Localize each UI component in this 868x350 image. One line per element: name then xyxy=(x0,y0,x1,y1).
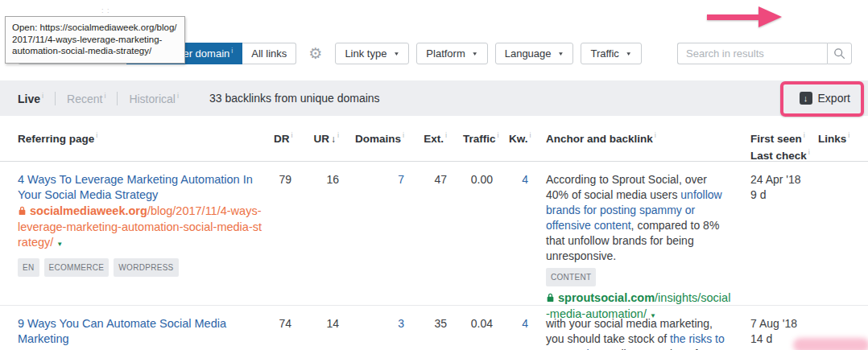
header-label: Kw. xyxy=(509,133,528,145)
info-icon: i xyxy=(445,131,447,139)
referring-page-title-link[interactable]: 9 Ways You Can Automate Social Media Mar… xyxy=(18,316,262,347)
divider xyxy=(117,92,118,105)
anchor-and-backlink-cell: According to Sprout Social, over 40% of … xyxy=(544,172,741,323)
last-check-value: 9 d xyxy=(750,188,766,201)
traffic-value: 0.04 xyxy=(463,316,509,331)
info-icon: i xyxy=(848,131,849,139)
link-type-dropdown[interactable]: Link type▼ xyxy=(335,43,409,64)
referring-page-url[interactable]: socialmediaweek.org/blog/2017/11/4-ways-… xyxy=(18,204,262,252)
backlinks-count-summary: 33 backlinks from unique domains xyxy=(209,92,380,105)
gear-icon[interactable]: ⚙ xyxy=(308,46,322,61)
language-label: Language xyxy=(505,47,552,60)
header-label: UR xyxy=(314,133,330,145)
column-header-ur[interactable]: UR↓i xyxy=(308,129,355,146)
column-header-kw[interactable]: Kw.i xyxy=(509,129,544,146)
chevron-down-icon: ▼ xyxy=(472,50,478,56)
tag-badge: WORDPRESS xyxy=(114,258,178,277)
platform-label: Platform xyxy=(426,47,465,60)
referring-page-cell: 9 Ways You Can Automate Social Media Mar… xyxy=(18,316,274,350)
platform-dropdown[interactable]: Platform▼ xyxy=(416,43,487,64)
first-seen-value: 7 Aug '18 xyxy=(750,317,797,330)
ext-value: 35 xyxy=(420,316,463,331)
tab-recent[interactable]: Recenti xyxy=(67,92,105,105)
ext-value: 47 xyxy=(420,172,463,187)
column-header-first-seen[interactable]: First seeniLast checki xyxy=(741,129,818,162)
link-type-label: Link type xyxy=(345,47,386,60)
all-links-button[interactable]: All links xyxy=(242,43,296,64)
tooltip-line: Open: https://socialmediaweek.org/blog/ xyxy=(12,23,177,32)
tab-historical[interactable]: Historicali xyxy=(129,92,179,105)
header-label: Domains xyxy=(355,133,401,145)
url-options-caret-icon[interactable]: ▼ xyxy=(56,241,63,248)
kw-value-link[interactable]: 4 xyxy=(509,172,544,187)
domains-value-link[interactable]: 3 xyxy=(355,316,420,331)
tooltip-line: 2017/11/4-ways-leverage-marketing- xyxy=(12,35,162,44)
info-icon: i xyxy=(42,92,43,100)
tab-recent-label: Recent xyxy=(67,92,102,105)
search-icon xyxy=(833,47,845,60)
tag-badge: EN xyxy=(18,258,39,277)
referring-page-title-link[interactable]: 4 Ways To Leverage Marketing Automation … xyxy=(18,172,262,203)
ur-value: 16 xyxy=(308,172,355,187)
dr-value: 79 xyxy=(274,172,308,187)
tooltip-line: automation-social-media-strategy/ xyxy=(12,46,151,56)
column-header-referring-page[interactable]: Referring pagei xyxy=(18,129,274,146)
info-icon: i xyxy=(291,131,293,139)
window-drag-dots: : : xyxy=(101,6,110,14)
page-tags: EN ECOMMERCE WORDPRESS xyxy=(18,258,262,277)
tab-historical-label: Historical xyxy=(129,92,176,105)
language-dropdown[interactable]: Language▼ xyxy=(495,43,574,64)
search-input[interactable] xyxy=(677,43,827,64)
column-header-traffic[interactable]: Traffici xyxy=(463,129,509,146)
column-header-dr[interactable]: DRi xyxy=(274,129,308,146)
ur-value: 14 xyxy=(308,316,355,331)
info-icon: i xyxy=(804,131,805,139)
info-icon: i xyxy=(96,131,97,139)
table-row: 9 Ways You Can Automate Social Media Mar… xyxy=(0,306,868,350)
table-row: 4 Ways To Leverage Marketing Automation … xyxy=(0,162,868,306)
header-label: Ext. xyxy=(424,133,444,145)
report-mode-bar: Livei Recenti Historicali 33 backlinks f… xyxy=(0,80,868,116)
anchor-and-backlink-cell: with your social media marketing, you sh… xyxy=(544,316,741,350)
tag-badge: ECOMMERCE xyxy=(44,258,110,277)
chevron-down-icon: ▼ xyxy=(393,50,399,56)
header-label: Traffic xyxy=(463,133,496,145)
info-icon: i xyxy=(498,131,499,139)
sort-descending-icon: ↓ xyxy=(331,134,336,145)
column-header-anchor[interactable]: Anchor and backlinki xyxy=(544,129,741,146)
first-seen-cell: 24 Apr '189 d xyxy=(741,172,818,203)
traffic-value: 0.00 xyxy=(463,172,509,187)
tab-live[interactable]: Livei xyxy=(18,92,43,105)
header-label: First seen xyxy=(750,133,802,145)
info-icon: i xyxy=(177,92,179,100)
column-header-links[interactable]: Linksi xyxy=(818,129,868,146)
referring-page-cell: 4 Ways To Leverage Marketing Automation … xyxy=(18,172,274,277)
chevron-down-icon: ▼ xyxy=(558,50,564,56)
info-icon: i xyxy=(104,92,105,100)
divider xyxy=(55,92,56,105)
search-in-results xyxy=(677,43,852,64)
search-button[interactable] xyxy=(827,43,852,64)
first-seen-cell: 7 Aug '1814 d xyxy=(741,316,818,347)
kw-value-link[interactable]: 4 xyxy=(509,316,544,331)
dr-value: 74 xyxy=(274,316,308,331)
all-links-label: All links xyxy=(251,47,287,60)
lock-icon xyxy=(546,291,555,307)
info-icon: i xyxy=(808,148,810,156)
export-label: Export xyxy=(818,92,850,105)
tab-live-label: Live xyxy=(18,92,40,105)
info-icon: i xyxy=(530,131,531,139)
first-seen-value: 24 Apr '18 xyxy=(750,173,801,186)
download-icon: ↓ xyxy=(800,92,812,105)
header-label: Referring page xyxy=(18,133,94,145)
lock-icon xyxy=(18,204,27,220)
export-button[interactable]: ↓ Export xyxy=(800,80,850,116)
domains-value-link[interactable]: 7 xyxy=(355,172,420,187)
annotation-arrow xyxy=(707,0,783,35)
traffic-label: Traffic xyxy=(590,47,618,60)
url-domain: socialmediaweek.org xyxy=(30,204,147,217)
column-header-domains[interactable]: Domainsi xyxy=(355,129,420,146)
traffic-dropdown[interactable]: Traffic▼ xyxy=(581,43,641,64)
column-header-ext[interactable]: Ext.i xyxy=(420,129,463,146)
info-icon: i xyxy=(231,47,233,55)
